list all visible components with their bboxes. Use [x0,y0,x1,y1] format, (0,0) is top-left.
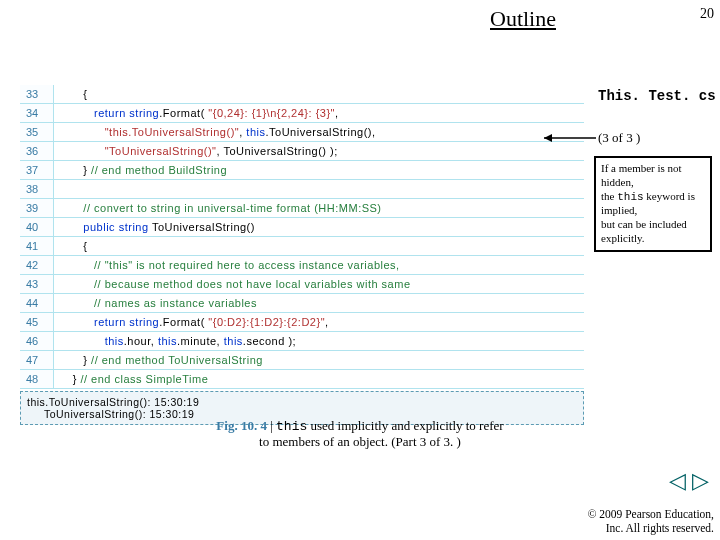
code-line: 40 public string ToUniversalString() [20,218,584,237]
code-content: { [54,85,88,103]
line-number: 34 [20,104,54,122]
line-number: 36 [20,142,54,160]
callout-keyword: this [617,191,643,203]
line-number: 45 [20,313,54,331]
code-content: } // end class SimpleTime [54,370,208,388]
code-content: } // end method ToUniversalString [54,351,263,369]
code-line: 47 } // end method ToUniversalString [20,351,584,370]
copyright: © 2009 Pearson Education, Inc. All right… [588,508,714,536]
code-content: // because method does not have local va… [54,275,411,293]
line-number: 37 [20,161,54,179]
page-number: 20 [700,6,714,22]
code-line: 34 return string.Format( "{0,24}: {1}\n{… [20,104,584,123]
line-number: 46 [20,332,54,350]
figure-caption: Fig. 10. 4 | this used implicitly and ex… [0,418,720,450]
code-listing: 33 {34 return string.Format( "{0,24}: {1… [20,85,584,425]
callout-text: If a member is not hidden, [601,162,682,188]
line-number: 41 [20,237,54,255]
code-content: return string.Format( "{0,24}: {1}\n{2,2… [54,104,339,122]
next-button[interactable]: ▷ [691,468,710,494]
code-line: 37 } // end method BuildString [20,161,584,180]
code-line: 45 return string.Format( "{0:D2}:{1:D2}:… [20,313,584,332]
line-number: 44 [20,294,54,312]
code-line: 38 [20,180,584,199]
code-content: return string.Format( "{0:D2}:{1:D2}:{2:… [54,313,329,331]
line-number: 47 [20,351,54,369]
line-number: 42 [20,256,54,274]
code-content [54,180,66,198]
outline-heading: Outline [490,6,556,32]
code-line: 42 // "this" is not required here to acc… [20,256,584,275]
callout-note: If a member is not hidden, the this keyw… [594,156,712,252]
file-title: This. Test. cs [598,88,716,104]
code-line: 44 // names as instance variables [20,294,584,313]
code-line: 46 this.hour, this.minute, this.second )… [20,332,584,351]
code-line: 36 "ToUniversalString()", ToUniversalStr… [20,142,584,161]
callout-text: but can be included [601,218,687,230]
code-content: this.hour, this.minute, this.second ); [54,332,296,350]
code-line: 48 } // end class SimpleTime [20,370,584,389]
line-number: 48 [20,370,54,388]
code-line: 41 { [20,237,584,256]
callout-text: the [601,190,617,202]
code-line: 33 { [20,85,584,104]
code-content: // names as instance variables [54,294,257,312]
prev-button[interactable]: ◁ [668,468,687,494]
code-content: "ToUniversalString()", ToUniversalString… [54,142,338,160]
caption-text: to members of an object. (Part 3 of 3. ) [259,434,461,449]
nav-buttons: ◁ ▷ [668,468,710,494]
code-line: 35 "this.ToUniversalString()", this.ToUn… [20,123,584,142]
code-content: // "this" is not required here to access… [54,256,400,274]
code-content: "this.ToUniversalString()", this.ToUnive… [54,123,376,141]
copyright-line: © 2009 Pearson Education, [588,508,714,520]
code-content: } // end method BuildString [54,161,227,179]
code-line: 39 // convert to string in universal-tim… [20,199,584,218]
line-number: 43 [20,275,54,293]
copyright-line: Inc. All rights reserved. [606,522,714,534]
caption-text: used implicitly and explicitly to refer [307,418,503,433]
line-number: 40 [20,218,54,236]
code-content: // convert to string in universal-time f… [54,199,382,217]
code-content: { [54,237,88,255]
code-content: public string ToUniversalString() [54,218,255,236]
line-number: 33 [20,85,54,103]
caption-sep: | [267,418,276,433]
callout-text: explicitly. [601,232,645,244]
figure-label: Fig. 10. 4 [216,418,267,433]
part-indicator: (3 of 3 ) [598,130,640,146]
line-number: 38 [20,180,54,198]
line-number: 35 [20,123,54,141]
code-line: 43 // because method does not have local… [20,275,584,294]
caption-keyword: this [276,419,307,434]
line-number: 39 [20,199,54,217]
